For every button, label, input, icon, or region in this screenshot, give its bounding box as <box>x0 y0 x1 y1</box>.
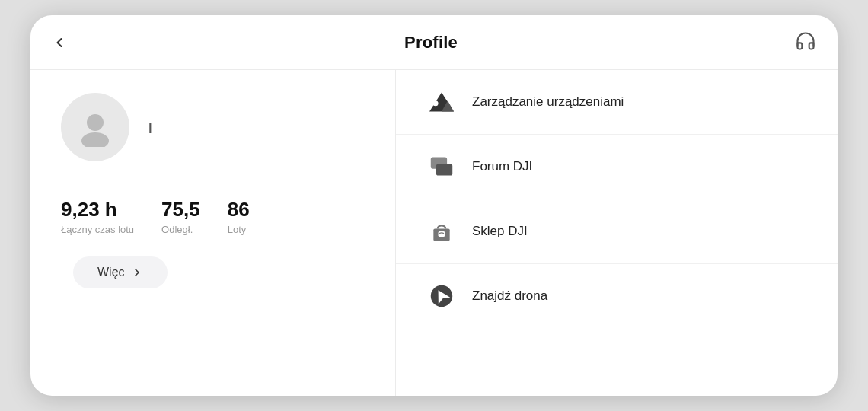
svg-point-1 <box>81 132 109 147</box>
avatar <box>61 93 129 161</box>
menu-label-find-drone: Znajdź drona <box>472 288 547 304</box>
svg-point-4 <box>432 100 438 106</box>
stats-row: 9,23 h Łączny czas lotu 75,5 Odległ. 86 … <box>61 199 365 235</box>
profile-section: ı <box>61 93 365 180</box>
mountain-icon <box>426 87 457 117</box>
back-button[interactable] <box>52 35 67 50</box>
stat-label-flight-time: Łączny czas lotu <box>61 224 134 235</box>
shop-icon <box>426 216 457 247</box>
left-panel: ı 9,23 h Łączny czas lotu 75,5 Odległ. 8… <box>30 70 396 396</box>
header: Profile <box>30 15 838 70</box>
menu-label-forum: Forum DJI <box>472 159 532 174</box>
stat-value-distance: 75,5 <box>161 199 200 221</box>
stat-value-flights: 86 <box>228 199 250 221</box>
app-container: Profile ı <box>30 15 838 396</box>
menu-item-devices[interactable]: Zarządzanie urządzeniami <box>396 70 838 135</box>
main-content: ı 9,23 h Łączny czas lotu 75,5 Odległ. 8… <box>30 70 838 396</box>
menu-label-shop: Sklep DJI <box>472 224 528 239</box>
stat-flights: 86 Loty <box>228 199 250 235</box>
stat-value-flight-time: 9,23 h <box>61 199 117 221</box>
right-panel: Zarządzanie urządzeniami Forum DJI <box>396 70 838 396</box>
find-drone-icon <box>426 281 457 311</box>
more-button[interactable]: Więc <box>73 256 168 288</box>
menu-label-devices: Zarządzanie urządzeniami <box>472 94 624 110</box>
stat-distance: 75,5 Odległ. <box>161 199 200 235</box>
menu-item-shop[interactable]: Sklep DJI <box>396 199 838 264</box>
username-display: ı <box>148 116 152 138</box>
support-button[interactable] <box>795 30 816 55</box>
page-title: Profile <box>404 33 458 53</box>
stat-label-flights: Loty <box>228 224 247 235</box>
stat-flight-time: 9,23 h Łączny czas lotu <box>61 199 134 235</box>
svg-rect-6 <box>436 164 452 175</box>
menu-item-find-drone[interactable]: Znajdź drona <box>396 264 838 328</box>
forum-icon <box>426 151 457 182</box>
stat-label-distance: Odległ. <box>161 224 193 235</box>
menu-item-forum[interactable]: Forum DJI <box>396 135 838 199</box>
svg-point-0 <box>87 114 104 131</box>
